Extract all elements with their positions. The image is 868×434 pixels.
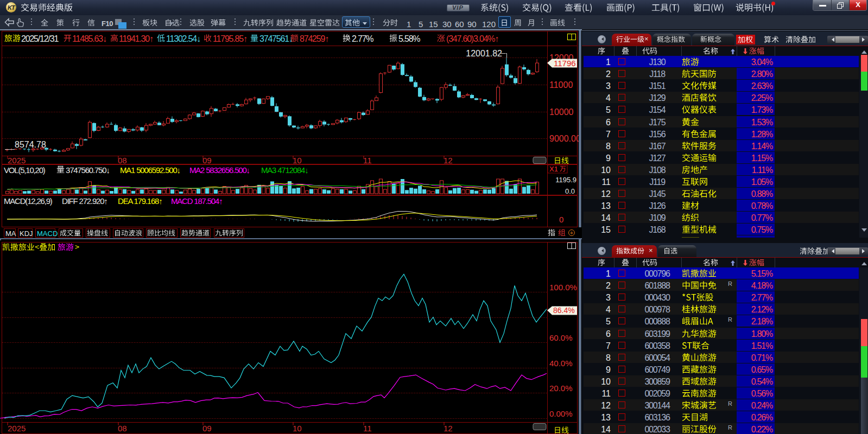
svg-text:11: 11 — [363, 424, 372, 433]
svg-text:10000: 10000 — [549, 107, 574, 117]
svg-text:0: 0 — [559, 215, 563, 224]
svg-text:X1: X1 — [549, 165, 558, 173]
svg-text:2025: 2025 — [8, 424, 26, 433]
svg-text:0.00%: 0.00% — [549, 409, 573, 418]
svg-text:100.0%: 100.0% — [549, 283, 577, 292]
svg-text:1195.9: 1195.9 — [555, 176, 576, 184]
svg-text:2025: 2025 — [8, 156, 26, 164]
svg-text:0.0: 0.0 — [565, 187, 575, 195]
svg-text:08: 08 — [118, 424, 127, 433]
svg-text:12: 12 — [443, 156, 453, 164]
svg-text:10: 10 — [293, 424, 302, 433]
svg-text:9000.00: 9000.00 — [549, 134, 579, 143]
svg-text:60.0%: 60.0% — [549, 333, 573, 342]
svg-text:11796: 11796 — [554, 59, 576, 68]
svg-text:09: 09 — [202, 156, 212, 164]
svg-text:11000: 11000 — [549, 80, 573, 90]
svg-text:09: 09 — [202, 424, 212, 433]
svg-text:11: 11 — [363, 156, 372, 164]
svg-text:20.0%: 20.0% — [549, 384, 573, 393]
svg-text:12: 12 — [443, 424, 453, 433]
svg-text:08: 08 — [118, 156, 127, 164]
svg-text:12001.82: 12001.82 — [466, 49, 502, 58]
svg-text:86.4%: 86.4% — [553, 306, 575, 315]
svg-text:40.0%: 40.0% — [549, 359, 573, 368]
svg-text:8574.78: 8574.78 — [15, 140, 46, 149]
svg-text:10: 10 — [293, 156, 302, 164]
